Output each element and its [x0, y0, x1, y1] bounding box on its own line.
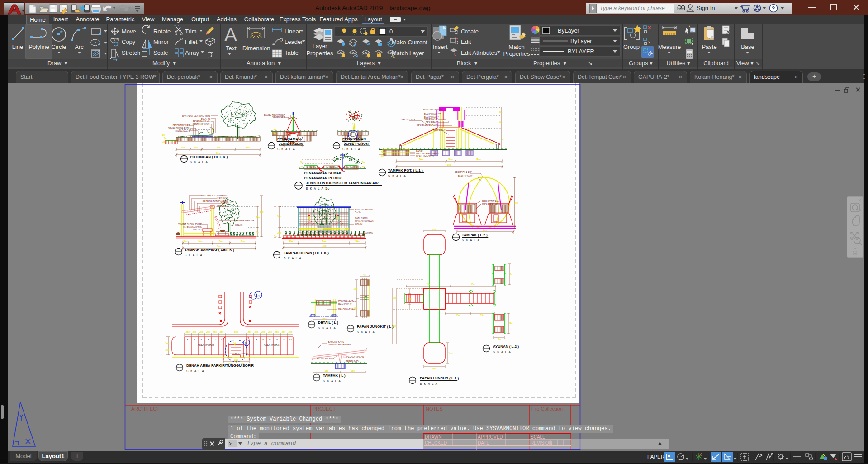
svg-text:BESI PIPA 3/4": BESI PIPA 3/4": [424, 113, 438, 115]
svg-text:ByLayer: ByLayer: [558, 27, 579, 34]
svg-text:15o: 15o: [480, 314, 484, 316]
svg-text:25o: 25o: [248, 330, 252, 333]
svg-text:2D: 2D: [856, 208, 861, 212]
svg-text:3oo: 3oo: [447, 163, 451, 166]
svg-text:3oo: 3oo: [483, 229, 487, 231]
svg-text:BULAT 6o: BULAT 6o: [201, 118, 210, 120]
svg-text:S K A L A: S K A L A: [493, 350, 511, 354]
svg-text:TAMPAK DEPAN ( DET. K ): TAMPAK DEPAN ( DET. K ): [284, 251, 329, 255]
svg-text:GENTONG TANAH: GENTONG TANAH: [192, 123, 210, 125]
svg-text:5ox5o: 5ox5o: [355, 211, 361, 214]
svg-text:PAPAN JUNGKIT ( L ): PAPAN JUNGKIT ( L ): [357, 325, 394, 329]
svg-text:Line: Line: [12, 43, 24, 50]
svg-text:25o: 25o: [213, 330, 217, 333]
svg-text:KERU 5/1o: KERU 5/1o: [217, 205, 228, 207]
svg-text:KOLAM: KOLAM: [235, 224, 242, 226]
svg-text:3oo: 3oo: [216, 152, 220, 154]
svg-text:0: 0: [389, 28, 393, 35]
svg-text:Edit: Edit: [461, 38, 471, 45]
svg-text:15o: 15o: [289, 240, 293, 243]
svg-text:PAPAN LUNCUR ( L.1 ): PAPAN LUNCUR ( L.1 ): [420, 376, 459, 380]
svg-text:2: 2: [214, 338, 216, 341]
svg-text:ATAP ASBES GELOMBANG: ATAP ASBES GELOMBANG: [201, 195, 228, 197]
svg-text:TAMPAK ( L.2 ): TAMPAK ( L.2 ): [462, 233, 488, 237]
svg-text:MATA AIR MANCUR: MATA AIR MANCUR: [235, 220, 255, 222]
svg-text:S K A L A 5o: S K A L A 5o: [306, 187, 330, 190]
svg-text:PENANAMAN SEMAK: PENANAMAN SEMAK: [304, 171, 342, 175]
svg-text:5o: 5o: [274, 235, 277, 238]
svg-text:Match: Match: [508, 43, 524, 50]
svg-text:Circle: Circle: [51, 43, 66, 50]
svg-text:15o: 15o: [325, 369, 329, 372]
svg-text:Copy: Copy: [122, 38, 136, 45]
svg-text:3o: 3o: [362, 161, 365, 163]
svg-text:Mirror: Mirror: [153, 38, 169, 45]
svg-text:3oo: 3oo: [181, 146, 185, 149]
svg-text:15o: 15o: [499, 138, 504, 141]
svg-text:15o: 15o: [351, 369, 355, 372]
svg-text:25o: 25o: [256, 216, 260, 219]
svg-text:PAPAN 3y15: PAPAN 3y15: [346, 360, 359, 363]
svg-text:PEDAL/PIJAKAN: PEDAL/PIJAKAN: [346, 355, 364, 358]
svg-text:3oo: 3oo: [241, 240, 245, 243]
svg-text:BESI PIPA 2": BESI PIPA 2": [426, 121, 438, 124]
svg-text:15o: 15o: [514, 201, 518, 204]
svg-text:R. TUNGGU SOPIR: R. TUNGGU SOPIR: [230, 353, 248, 355]
svg-text:5o: 5o: [256, 231, 259, 234]
svg-text:Measure: Measure: [658, 43, 681, 50]
svg-text:ByLayer: ByLayer: [570, 38, 592, 44]
svg-text:25o: 25o: [268, 330, 272, 333]
svg-text:BESI STRIP 2mm: BESI STRIP 2mm: [482, 200, 500, 202]
svg-text:S K A L A: S K A L A: [420, 382, 438, 385]
svg-text:JENIS POHON: JENIS POHON: [344, 142, 369, 146]
svg-text:?: ?: [772, 5, 775, 12]
svg-text:BESI PIPA 1 1/2": BESI PIPA 1 1/2": [455, 171, 472, 173]
svg-text:S K A L A: S K A L A: [185, 254, 203, 257]
svg-text:BESI PLAT KEMBANG: BESI PLAT KEMBANG: [417, 124, 438, 127]
svg-text:4: 4: [201, 338, 202, 341]
svg-text:3oo: 3oo: [234, 359, 238, 361]
svg-text:1oo: 1oo: [354, 287, 358, 290]
svg-text:BYLAYER: BYLAYER: [568, 48, 594, 55]
svg-text:Layer: Layer: [313, 43, 327, 49]
svg-text:BALOK 6x12: BALOK 6x12: [317, 357, 330, 360]
svg-text:FIN. CAT: FIN. CAT: [193, 229, 202, 231]
svg-text:ARCHITECT: ARCHITECT: [131, 406, 160, 411]
svg-text:3oo: 3oo: [194, 146, 198, 149]
svg-text:AREA PARKIR: AREA PARKIR: [264, 344, 280, 346]
svg-text:TEMPAT DUDUK JOKER: TEMPAT DUDUK JOKER: [178, 223, 202, 225]
svg-text:PENANAMAN: PENANAMAN: [342, 137, 366, 141]
svg-text:BATU CANDI: BATU CANDI: [355, 217, 367, 220]
svg-text:KAYU 8/12: KAYU 8/12: [218, 197, 228, 200]
svg-text:PENANAMAN: PENANAMAN: [277, 137, 301, 141]
svg-text:Create: Create: [461, 28, 479, 35]
svg-text:8o: 8o: [409, 297, 412, 300]
svg-text:15o: 15o: [427, 283, 431, 286]
svg-text:AYUNAN ( L.2 ): AYUNAN ( L.2 ): [493, 344, 519, 349]
svg-text:SPLIT RESAPAN: SPLIT RESAPAN: [416, 154, 434, 157]
svg-text:TAMPAK ( L ): TAMPAK ( L ): [323, 373, 346, 378]
svg-text:Dimension: Dimension: [242, 45, 270, 52]
svg-text:8o: 8o: [498, 338, 501, 340]
svg-text:2o: 2o: [381, 154, 384, 157]
svg-text:1oo: 1oo: [449, 352, 453, 354]
svg-text:BALOK: BALOK: [221, 202, 228, 205]
svg-text:25o: 25o: [289, 330, 293, 333]
svg-text:12o: 12o: [509, 322, 513, 325]
svg-text:S K A L A: S K A L A: [357, 330, 375, 334]
svg-text:8: 8: [256, 338, 257, 341]
svg-text:3oo: 3oo: [219, 240, 223, 243]
svg-text:AREA PARKIR: AREA PARKIR: [198, 344, 214, 346]
svg-text:8oo: 8oo: [322, 240, 326, 243]
svg-text:25o: 25o: [277, 231, 281, 234]
svg-text:3/2ox/uk. PEGANGAN: 3/2ox/uk. PEGANGAN: [328, 343, 351, 346]
svg-text:5oo: 5oo: [166, 342, 170, 344]
svg-text:3oo: 3oo: [323, 244, 327, 247]
svg-text:Text: Text: [226, 45, 237, 52]
svg-text:K: K: [245, 341, 247, 344]
svg-text:15o: 15o: [471, 283, 475, 286]
svg-text:Arc: Arc: [75, 43, 84, 50]
svg-text:1oo: 1oo: [449, 158, 453, 161]
svg-text:POTONGAN ( DET. K ): POTONGAN ( DET. K ): [190, 155, 228, 159]
svg-text:PASANGAN 8ox6o: PASANGAN 8ox6o: [193, 120, 210, 123]
